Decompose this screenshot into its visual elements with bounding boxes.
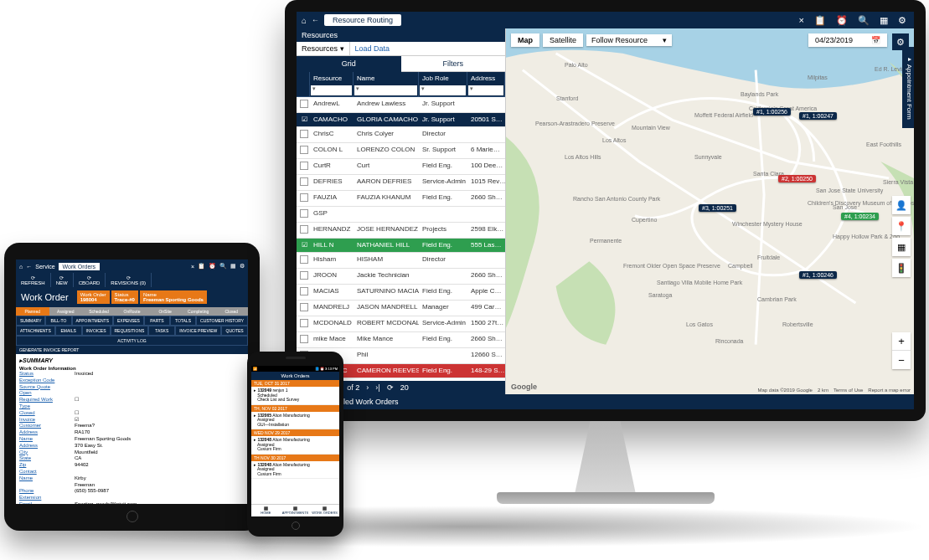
nav-appointments[interactable]: ⬛APPOINTMENTS (281, 505, 311, 516)
home-icon[interactable]: ⌂ (302, 16, 307, 25)
map-pin[interactable]: #1, 1:00256 (753, 108, 791, 116)
map-view[interactable]: Palo AltoFour OaksStanfordMilpitasMounta… (506, 28, 914, 394)
appointment-form-dock[interactable]: ▸ Appointment Form (902, 47, 914, 128)
table-row[interactable]: HERNANDZJOSE HERNANDEZProjects2598 Elk… (297, 223, 505, 239)
search-icon[interactable]: 🔍 (219, 263, 227, 270)
follow-resource-dropdown[interactable]: Follow Resource▾ (586, 34, 672, 46)
table-row[interactable]: CurtRCurtField Eng.100 Dee… (297, 159, 505, 175)
table-row[interactable]: JROONJackie Technician2660 Sh… (297, 269, 505, 285)
nav-work-orders[interactable]: ⬛WORK ORDERS (310, 505, 339, 516)
tab-parts[interactable]: PARTS (144, 316, 170, 326)
routing-tab[interactable]: Resource Routing (324, 14, 401, 26)
table-row[interactable]: DEFRIESAARON DEFRIESService-Admin1015 Re… (297, 175, 505, 191)
progress-step[interactable]: OnRoute (116, 307, 149, 316)
tablet-home-button[interactable] (126, 511, 138, 522)
zoom-in-button[interactable]: + (892, 332, 911, 351)
tab-totals[interactable]: TOTALS (170, 316, 196, 326)
tab-activity-log[interactable]: ACTIVITY LOG (16, 336, 248, 346)
pager-next[interactable]: › (366, 383, 369, 392)
map-pin[interactable]: #1, 1:00247 (799, 112, 837, 120)
search-icon[interactable]: 🔍 (855, 15, 872, 26)
table-row[interactable]: COLON LLORENZO COLONSr. Support6 Marie… (297, 143, 505, 159)
progress-step[interactable]: Closed (214, 307, 248, 316)
gear-icon[interactable]: ⚙ (240, 263, 245, 270)
table-row[interactable]: ☑HILL NNATHANIEL HILLField Eng.555 Las… (297, 239, 505, 253)
back-icon[interactable]: ← (26, 264, 32, 270)
table-row[interactable]: HishamHISHAMDirector (297, 253, 505, 269)
work-order-item[interactable]: ▸ 132065 Alton Manufacturing Assigned GU… (251, 412, 339, 430)
clipboard-icon[interactable]: 📋 (812, 15, 828, 26)
grid-tab[interactable]: Grid (297, 56, 401, 72)
tab-requisitions[interactable]: REQUISITIONS (111, 326, 149, 336)
new-button[interactable]: ⟳NEW (51, 273, 74, 287)
work-order-item[interactable]: ▸ 132048 Alton Manufacturing Assigned Cu… (251, 461, 339, 480)
progress-step[interactable]: Scheduled (82, 307, 116, 316)
phone-home-button[interactable] (292, 521, 300, 530)
revisions-button[interactable]: ⟳REVISIONS (0) (106, 273, 152, 287)
tab-tasks[interactable]: TASKS (148, 326, 175, 336)
cboard-button[interactable]: ⟳CBOARD (74, 273, 106, 287)
filters-tab[interactable]: Filters (401, 56, 506, 72)
generate-invoice-button[interactable]: GENERATE INVOICE REPORT (16, 346, 248, 354)
table-header: Resource NameJob Role Address (297, 72, 505, 85)
work-orders-tab[interactable]: Work Orders (59, 263, 101, 270)
satellite-button[interactable]: Satellite (543, 33, 583, 47)
pager-last[interactable]: ›| (375, 383, 379, 392)
work-order-item[interactable]: ▸ 132049 renjun 1 Scheduled Check List a… (251, 387, 339, 405)
home-icon[interactable]: ⌂ (19, 264, 23, 270)
gear-icon[interactable]: ⚙ (895, 15, 909, 26)
table-row[interactable]: GSP (297, 207, 505, 223)
apps-icon[interactable]: ▦ (877, 15, 890, 26)
clipboard-icon[interactable]: 📋 (198, 263, 205, 270)
load-data-button[interactable]: Load Data (349, 42, 395, 55)
progress-step[interactable]: OnSite (148, 307, 182, 316)
apps-icon[interactable]: ▦ (230, 263, 236, 270)
tab-attachments[interactable]: ATTACHMENTS (16, 326, 55, 336)
tab-emails[interactable]: EMAILS (55, 326, 82, 336)
map-pin[interactable]: #3, 1:00251 (699, 204, 736, 212)
resources-dropdown[interactable]: Resources ▾ (297, 42, 349, 55)
back-icon[interactable]: ← (312, 16, 319, 24)
traffic-icon[interactable]: 🚦 (892, 259, 911, 277)
tab-customer-history[interactable]: CUSTOMER HISTORY (196, 316, 248, 326)
layers-icon[interactable]: ▦ (892, 238, 911, 256)
zoom-out-button[interactable]: − (892, 351, 911, 369)
tab-invoice-preview[interactable]: INVOICE PREVIEW (175, 326, 221, 336)
tab-expenses[interactable]: EXPENSES (113, 316, 144, 326)
map-pin[interactable]: #2, 1:00250 (778, 175, 816, 182)
table-row[interactable]: MACIASSATURNINO MACIASField Eng.Apple C… (297, 285, 505, 301)
nav-home[interactable]: ⬛HOME (251, 505, 281, 516)
tab-appointments[interactable]: APPOINTMENTS (72, 316, 113, 326)
progress-step[interactable]: Assigned (49, 307, 83, 316)
table-row[interactable]: AndrewLAndrew LawlessJr. Support (297, 97, 505, 113)
table-row[interactable]: MCDONALDROBERT MCDONALDService-Admin1500… (297, 316, 505, 332)
progress-step[interactable]: Completing (182, 307, 215, 316)
map-button[interactable]: Map (511, 33, 539, 47)
date-picker[interactable]: 04/23/2019📅 (808, 33, 887, 47)
map-pin[interactable]: #1, 1:00246 (799, 271, 837, 279)
close-icon[interactable]: × (191, 264, 194, 270)
table-row[interactable]: FAUZIAFAUZIA KHANUMField Eng.2660 Sh… (297, 191, 505, 207)
table-row[interactable]: ☑CAMACHOGLORIA CAMACHOJr. Support20501 S… (297, 113, 505, 127)
tab-summary[interactable]: SUMMARY (16, 316, 45, 326)
map-pin[interactable]: #4, 1:00234 (841, 213, 879, 220)
alarm-icon[interactable]: ⏰ (209, 263, 216, 270)
map-place-label: Sierra Vista Open Space Preserve (883, 179, 914, 185)
progress-step[interactable]: Planned (16, 307, 49, 316)
work-order-item[interactable]: ▸ 132048 Alton Manufacturing Assigned Cu… (251, 436, 339, 455)
tab-bill-to[interactable]: BILL-TO (45, 316, 71, 326)
person-icon[interactable]: 👤 (892, 196, 911, 214)
filter-row[interactable]: ▾▾ ▾▾ (297, 85, 505, 97)
close-icon[interactable]: × (797, 15, 807, 25)
table-row[interactable]: mike MaceMike ManceField Eng.2660 Sh… (297, 332, 505, 348)
marker-icon[interactable]: 📍 (892, 217, 911, 235)
table-row[interactable]: ChrisCChris ColyerDirector (297, 127, 505, 143)
tab-invoices[interactable]: INVOICES (82, 326, 111, 336)
unscheduled-panel-header[interactable]: ▸ Unscheduled Work Orders (297, 394, 914, 409)
table-row[interactable]: MANDRELJJASON MANDRELLManager499 Car… (297, 301, 505, 316)
refresh-button[interactable]: ⟳REFRESH (16, 273, 51, 287)
alarm-icon[interactable]: ⏰ (834, 15, 850, 26)
pager-refresh-icon[interactable]: ⟳ (387, 383, 394, 392)
map-place-label: Moffett Federal Airfield (694, 112, 753, 118)
tab-quotes[interactable]: QUOTES (221, 326, 248, 336)
